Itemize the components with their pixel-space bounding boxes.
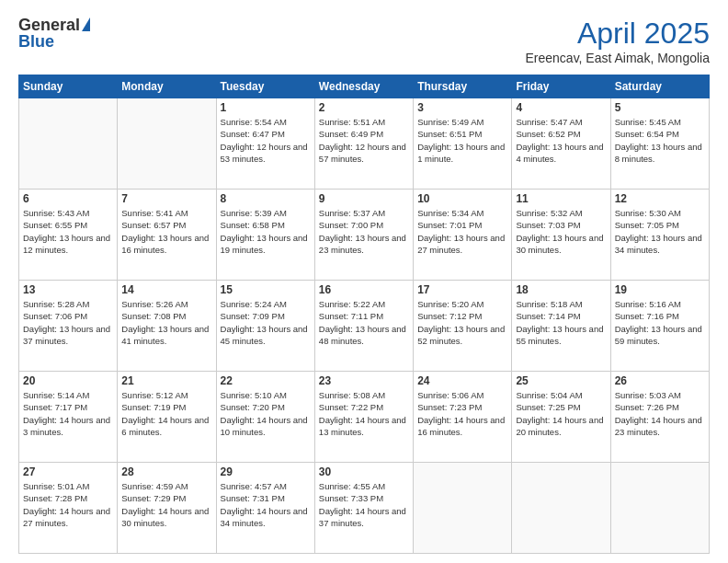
day-info: Sunrise: 5:03 AM Sunset: 7:26 PM Dayligh… [615,389,705,438]
day-number: 5 [615,101,705,114]
day-info: Sunrise: 4:55 AM Sunset: 7:33 PM Dayligh… [319,480,409,529]
table-row: 1Sunrise: 5:54 AM Sunset: 6:47 PM Daylig… [216,98,314,190]
day-info: Sunrise: 5:04 AM Sunset: 7:25 PM Dayligh… [516,389,606,438]
table-row: 25Sunrise: 5:04 AM Sunset: 7:25 PM Dayli… [512,372,610,463]
col-tuesday: Tuesday [216,75,314,98]
day-number: 14 [121,283,211,296]
day-info: Sunrise: 5:24 AM Sunset: 7:09 PM Dayligh… [221,298,311,347]
day-info: Sunrise: 5:49 AM Sunset: 6:51 PM Dayligh… [417,116,507,165]
table-row: 7Sunrise: 5:41 AM Sunset: 6:57 PM Daylig… [118,190,216,281]
day-info: Sunrise: 5:12 AM Sunset: 7:19 PM Dayligh… [121,389,211,438]
table-row: 27Sunrise: 5:01 AM Sunset: 7:28 PM Dayli… [19,463,118,554]
day-number: 22 [221,374,311,387]
day-info: Sunrise: 5:18 AM Sunset: 7:14 PM Dayligh… [516,298,606,347]
day-number: 1 [221,101,311,114]
day-info: Sunrise: 5:41 AM Sunset: 6:57 PM Dayligh… [121,207,211,256]
logo-blue-text: Blue [18,33,90,50]
table-row: 28Sunrise: 4:59 AM Sunset: 7:29 PM Dayli… [118,463,216,554]
day-number: 29 [221,465,311,478]
table-row: 30Sunrise: 4:55 AM Sunset: 7:33 PM Dayli… [314,463,413,554]
title-location: Ereencav, East Aimak, Mongolia [525,51,710,65]
header: General Blue April 2025 Ereencav, East A… [18,17,710,65]
table-row: 4Sunrise: 5:47 AM Sunset: 6:52 PM Daylig… [512,98,610,190]
day-info: Sunrise: 4:59 AM Sunset: 7:29 PM Dayligh… [121,480,211,529]
day-number: 16 [319,283,409,296]
day-number: 9 [319,192,409,205]
day-info: Sunrise: 5:06 AM Sunset: 7:23 PM Dayligh… [417,389,507,438]
calendar-row: 6Sunrise: 5:43 AM Sunset: 6:55 PM Daylig… [19,190,710,281]
day-number: 30 [319,465,409,478]
day-number: 2 [319,101,409,114]
day-number: 11 [516,192,606,205]
day-number: 20 [23,374,113,387]
logo-triangle-icon [82,17,90,31]
table-row: 11Sunrise: 5:32 AM Sunset: 7:03 PM Dayli… [512,190,610,281]
day-number: 25 [516,374,606,387]
table-row: 13Sunrise: 5:28 AM Sunset: 7:06 PM Dayli… [19,281,118,372]
table-row [610,463,709,554]
table-row: 16Sunrise: 5:22 AM Sunset: 7:11 PM Dayli… [314,281,413,372]
day-info: Sunrise: 5:16 AM Sunset: 7:16 PM Dayligh… [615,298,705,347]
table-row: 19Sunrise: 5:16 AM Sunset: 7:16 PM Dayli… [610,281,709,372]
table-row: 6Sunrise: 5:43 AM Sunset: 6:55 PM Daylig… [19,190,118,281]
day-info: Sunrise: 5:08 AM Sunset: 7:22 PM Dayligh… [319,389,409,438]
day-info: Sunrise: 5:10 AM Sunset: 7:20 PM Dayligh… [221,389,311,438]
table-row: 3Sunrise: 5:49 AM Sunset: 6:51 PM Daylig… [414,98,512,190]
day-info: Sunrise: 5:51 AM Sunset: 6:49 PM Dayligh… [319,116,409,165]
day-number: 23 [319,374,409,387]
title-month: April 2025 [525,17,710,51]
day-info: Sunrise: 5:22 AM Sunset: 7:11 PM Dayligh… [319,298,409,347]
day-number: 17 [417,283,507,296]
table-row [118,98,216,190]
page: General Blue April 2025 Ereencav, East A… [0,0,728,563]
table-row: 8Sunrise: 5:39 AM Sunset: 6:58 PM Daylig… [216,190,314,281]
day-number: 7 [121,192,211,205]
table-row: 23Sunrise: 5:08 AM Sunset: 7:22 PM Dayli… [314,372,413,463]
title-block: April 2025 Ereencav, East Aimak, Mongoli… [525,17,710,65]
table-row: 17Sunrise: 5:20 AM Sunset: 7:12 PM Dayli… [414,281,512,372]
calendar-row: 27Sunrise: 5:01 AM Sunset: 7:28 PM Dayli… [19,463,710,554]
day-info: Sunrise: 5:45 AM Sunset: 6:54 PM Dayligh… [615,116,705,165]
day-number: 18 [516,283,606,296]
table-row [414,463,512,554]
day-number: 4 [516,101,606,114]
col-thursday: Thursday [414,75,512,98]
day-number: 24 [417,374,507,387]
col-saturday: Saturday [610,75,709,98]
calendar-row: 20Sunrise: 5:14 AM Sunset: 7:17 PM Dayli… [19,372,710,463]
day-info: Sunrise: 5:26 AM Sunset: 7:08 PM Dayligh… [121,298,211,347]
table-row: 15Sunrise: 5:24 AM Sunset: 7:09 PM Dayli… [216,281,314,372]
day-number: 6 [23,192,113,205]
logo-general-text: General [18,17,80,33]
day-info: Sunrise: 5:37 AM Sunset: 7:00 PM Dayligh… [319,207,409,256]
day-info: Sunrise: 5:54 AM Sunset: 6:47 PM Dayligh… [221,116,311,165]
table-row: 12Sunrise: 5:30 AM Sunset: 7:05 PM Dayli… [610,190,709,281]
table-row: 9Sunrise: 5:37 AM Sunset: 7:00 PM Daylig… [314,190,413,281]
table-row: 26Sunrise: 5:03 AM Sunset: 7:26 PM Dayli… [610,372,709,463]
day-number: 21 [121,374,211,387]
table-row: 21Sunrise: 5:12 AM Sunset: 7:19 PM Dayli… [118,372,216,463]
table-row: 14Sunrise: 5:26 AM Sunset: 7:08 PM Dayli… [118,281,216,372]
day-info: Sunrise: 5:32 AM Sunset: 7:03 PM Dayligh… [516,207,606,256]
day-number: 28 [121,465,211,478]
calendar-table: Sunday Monday Tuesday Wednesday Thursday… [18,75,710,554]
col-sunday: Sunday [19,75,118,98]
calendar-row: 13Sunrise: 5:28 AM Sunset: 7:06 PM Dayli… [19,281,710,372]
table-row: 2Sunrise: 5:51 AM Sunset: 6:49 PM Daylig… [314,98,413,190]
table-row: 20Sunrise: 5:14 AM Sunset: 7:17 PM Dayli… [19,372,118,463]
day-info: Sunrise: 5:20 AM Sunset: 7:12 PM Dayligh… [417,298,507,347]
day-info: Sunrise: 5:47 AM Sunset: 6:52 PM Dayligh… [516,116,606,165]
table-row: 10Sunrise: 5:34 AM Sunset: 7:01 PM Dayli… [414,190,512,281]
day-number: 26 [615,374,705,387]
day-number: 19 [615,283,705,296]
day-number: 12 [615,192,705,205]
table-row [512,463,610,554]
day-info: Sunrise: 5:34 AM Sunset: 7:01 PM Dayligh… [417,207,507,256]
day-info: Sunrise: 5:30 AM Sunset: 7:05 PM Dayligh… [615,207,705,256]
day-number: 3 [417,101,507,114]
calendar-row: 1Sunrise: 5:54 AM Sunset: 6:47 PM Daylig… [19,98,710,190]
logo: General Blue [18,17,90,50]
day-number: 10 [417,192,507,205]
col-friday: Friday [512,75,610,98]
day-number: 13 [23,283,113,296]
